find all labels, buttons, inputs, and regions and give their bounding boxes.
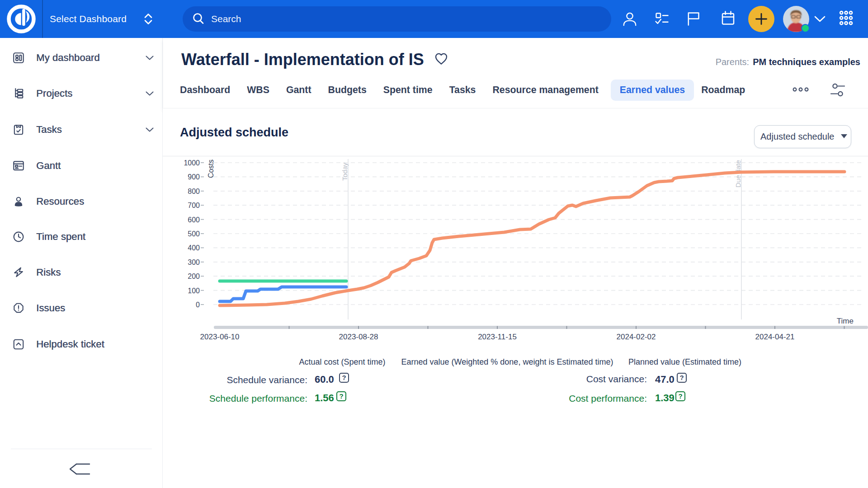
- svg-text:200: 200: [188, 272, 200, 280]
- svg-text:2023-06-10: 2023-06-10: [200, 333, 240, 341]
- svg-text:0: 0: [196, 301, 200, 309]
- svg-text:300: 300: [188, 258, 200, 266]
- svg-text:Today: Today: [341, 162, 349, 181]
- svg-text:Time: Time: [837, 317, 854, 325]
- svg-text:2024-04-21: 2024-04-21: [755, 333, 795, 341]
- svg-text:2023-11-15: 2023-11-15: [478, 333, 517, 341]
- svg-text:2023-08-28: 2023-08-28: [339, 333, 378, 341]
- svg-text:700: 700: [188, 202, 200, 209]
- svg-text:900: 900: [188, 173, 200, 181]
- svg-text:100: 100: [188, 287, 200, 295]
- svg-text:400: 400: [188, 244, 200, 252]
- svg-text:2024-02-02: 2024-02-02: [617, 333, 656, 341]
- svg-text:1000: 1000: [184, 159, 200, 167]
- svg-text:600: 600: [188, 216, 200, 224]
- svg-text:800: 800: [188, 188, 200, 195]
- svg-text:500: 500: [188, 230, 200, 238]
- svg-text:Costs: Costs: [207, 160, 215, 178]
